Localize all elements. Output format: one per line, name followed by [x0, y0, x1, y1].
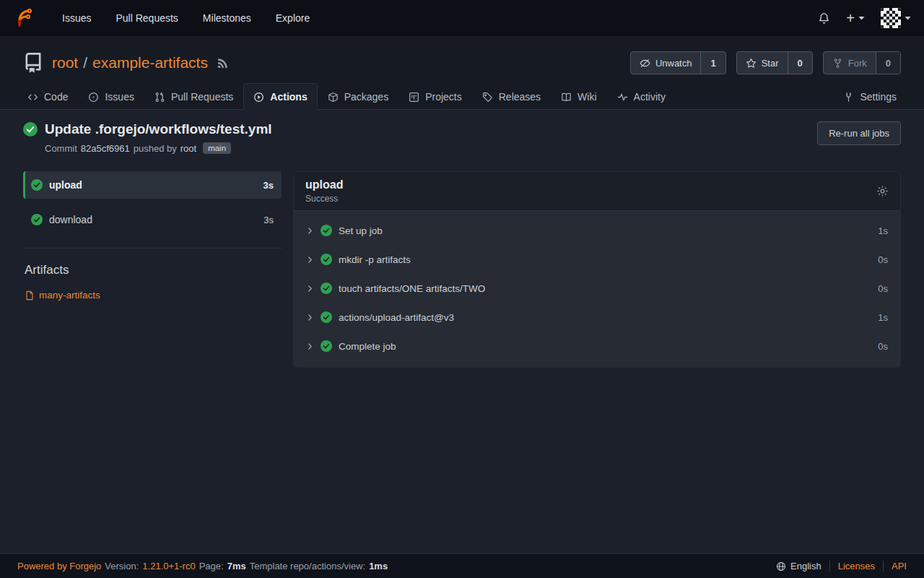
tab-label: Issues — [105, 91, 134, 103]
footer-separator — [883, 561, 884, 571]
step-row-mkdir[interactable]: mkdir -p artifacts 0s — [293, 245, 901, 274]
template-time-label: Template repo/actions/view: — [250, 561, 365, 571]
notifications-bell-button[interactable] — [818, 12, 830, 25]
tab-label: Activity — [634, 91, 666, 103]
chevron-down-icon — [858, 16, 865, 20]
step-duration: 0s — [878, 254, 888, 265]
chevron-down-icon — [905, 16, 911, 20]
step-duration: 1s — [878, 225, 888, 236]
fork-label: Fork — [848, 58, 867, 69]
nav-explore[interactable]: Explore — [267, 8, 318, 28]
run-title: Update .forgejo/workflows/test.yml — [45, 121, 272, 137]
top-navbar: Issues Pull Requests Milestones Explore … — [0, 0, 924, 36]
job-row-download[interactable]: download 3s — [23, 206, 282, 233]
tab-packages[interactable]: Packages — [318, 83, 398, 110]
job-success-check-icon — [31, 179, 43, 191]
tab-label: Releases — [499, 91, 541, 103]
tab-pull-requests[interactable]: Pull Requests — [144, 83, 243, 110]
step-name: actions/upload-artifact@v3 — [339, 312, 454, 323]
unwatch-label: Unwatch — [655, 58, 692, 69]
tab-label: Code — [44, 91, 68, 103]
version-label: Version: — [105, 561, 139, 571]
artifacts-heading: Artifacts — [25, 263, 282, 277]
tab-label: Settings — [860, 91, 897, 103]
pushed-by-label: pushed by — [134, 143, 177, 154]
tab-label: Actions — [270, 91, 307, 103]
file-icon — [25, 290, 35, 301]
star-count[interactable]: 0 — [788, 52, 812, 74]
fork-button: Fork 0 — [823, 51, 901, 74]
branch-badge[interactable]: main — [203, 142, 231, 154]
nav-issues[interactable]: Issues — [53, 8, 100, 28]
fork-count: 0 — [876, 52, 900, 74]
repo-name-link[interactable]: example-artifacts — [92, 54, 208, 72]
step-success-check-icon — [321, 225, 332, 236]
gear-icon[interactable] — [876, 185, 889, 197]
tab-settings[interactable]: Settings — [833, 83, 907, 110]
code-icon — [27, 92, 38, 103]
nav-pull-requests[interactable]: Pull Requests — [107, 8, 186, 28]
step-row-complete[interactable]: Complete job 0s — [293, 332, 901, 361]
tab-activity[interactable]: Activity — [607, 83, 676, 110]
chevron-right-icon — [306, 314, 314, 322]
step-success-check-icon — [321, 282, 332, 294]
rerun-all-jobs-button[interactable]: Re-run all jobs — [817, 121, 901, 145]
repo-owner-link[interactable]: root — [52, 54, 78, 72]
tab-code[interactable]: Code — [17, 83, 78, 110]
language-selector[interactable]: English — [776, 561, 821, 571]
tab-releases[interactable]: Releases — [472, 83, 551, 110]
step-row-setup[interactable]: Set up job 1s — [293, 216, 901, 245]
step-row-touch[interactable]: touch artifacts/ONE artifacts/TWO 0s — [293, 274, 901, 303]
api-link[interactable]: API — [892, 561, 907, 571]
actions-run-view: Update .forgejo/workflows/test.yml Commi… — [0, 110, 924, 553]
bell-icon — [818, 12, 830, 25]
licenses-link[interactable]: Licenses — [838, 561, 875, 571]
sidebar-divider — [23, 248, 282, 249]
fork-icon — [832, 58, 843, 69]
commit-author-link[interactable]: root — [180, 143, 196, 154]
page-time-label: Page: — [199, 561, 224, 571]
step-duration: 1s — [878, 312, 888, 323]
user-menu-button[interactable] — [881, 8, 911, 28]
commit-sha-link[interactable]: 82a5cf6961 — [81, 143, 130, 154]
create-new-button[interactable]: + — [846, 11, 865, 25]
job-detail-title: upload — [305, 178, 343, 191]
unwatch-button[interactable]: Unwatch 1 — [630, 51, 726, 74]
tab-issues[interactable]: Issues — [78, 83, 144, 110]
artifact-name: many-artifacts — [39, 290, 100, 301]
package-icon — [328, 92, 339, 103]
step-row-upload-artifact[interactable]: actions/upload-artifact@v3 1s — [293, 303, 901, 332]
repo-tabs: Code Issues Pull Requests Actions — [0, 83, 924, 109]
book-icon — [561, 92, 572, 103]
star-button[interactable]: Star 0 — [736, 51, 813, 74]
forgejo-logo-icon[interactable] — [13, 7, 35, 29]
step-name: touch artifacts/ONE artifacts/TWO — [339, 283, 485, 294]
powered-by-link[interactable]: Powered by Forgejo — [17, 561, 101, 571]
version-link[interactable]: 1.21.0+1-rc0 — [142, 561, 195, 571]
step-success-check-icon — [321, 254, 332, 265]
git-pull-request-icon — [154, 92, 165, 103]
step-name: Complete job — [339, 341, 396, 352]
artifact-link-many-artifacts[interactable]: many-artifacts — [25, 290, 282, 301]
job-row-upload[interactable]: upload 3s — [23, 171, 282, 199]
footer: Powered by Forgejo Version: 1.21.0+1-rc0… — [0, 553, 924, 578]
language-label: English — [790, 561, 821, 571]
navbar-right: + — [818, 8, 911, 28]
tab-actions[interactable]: Actions — [243, 83, 317, 110]
repo-icon — [23, 53, 43, 73]
rss-icon[interactable] — [217, 57, 229, 69]
watch-count[interactable]: 1 — [700, 52, 725, 74]
job-duration: 3s — [263, 215, 274, 225]
tab-label: Wiki — [578, 91, 596, 103]
tab-projects[interactable]: Projects — [398, 83, 472, 110]
job-detail-panel: upload Success Set up job 1s — [293, 171, 901, 368]
star-label: Star — [762, 58, 779, 69]
project-board-icon — [409, 92, 419, 103]
step-success-check-icon — [321, 340, 332, 352]
tab-wiki[interactable]: Wiki — [551, 83, 606, 110]
page-time-value: 7ms — [227, 561, 246, 571]
plus-icon: + — [846, 11, 855, 25]
run-subtitle: Commit 82a5cf6961 pushed by root main — [45, 142, 272, 154]
chevron-right-icon — [306, 256, 314, 264]
nav-milestones[interactable]: Milestones — [194, 8, 260, 28]
